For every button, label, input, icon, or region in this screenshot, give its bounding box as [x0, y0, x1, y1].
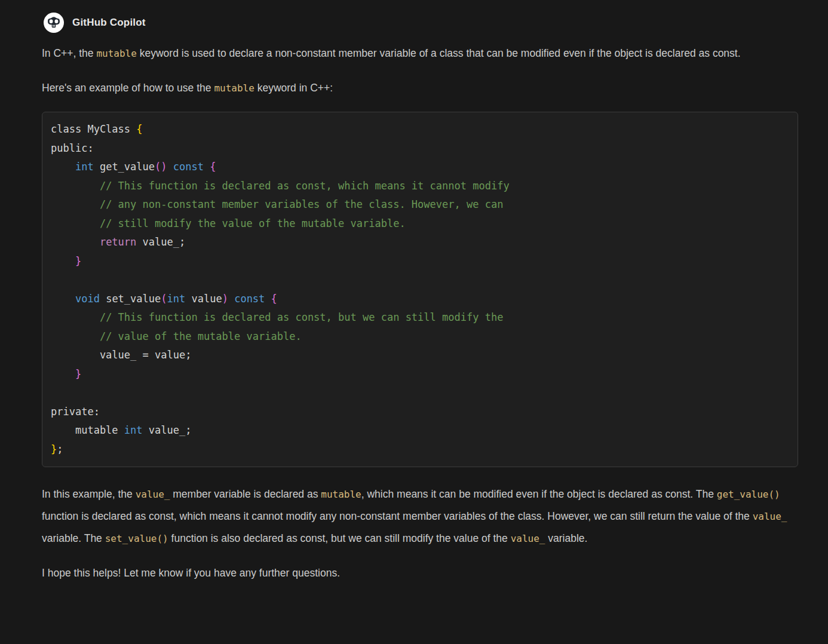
inline-code: mutable [214, 82, 254, 94]
code-line: // still modify the value of the mutable… [51, 214, 789, 234]
code-block: class MyClass {public: int get_value() c… [42, 112, 798, 467]
inline-code: value_ [511, 533, 545, 544]
code-line: }; [51, 440, 789, 459]
code-line: value_ = value; [51, 346, 789, 365]
paragraph-explanation: In this example, the value_ member varia… [42, 483, 799, 550]
code-content: class MyClass {public: int get_value() c… [51, 120, 789, 459]
code-line: return value_; [51, 233, 789, 252]
code-line: // value of the mutable variable. [51, 327, 789, 346]
code-line: // any non-constant member variables of … [51, 195, 789, 214]
copilot-response: GitHub Copilot In C++, the mutable keywo… [42, 12, 799, 584]
copilot-avatar [43, 12, 65, 33]
paragraph-closing: I hope this helps! Let me know if you ha… [42, 562, 799, 584]
inline-code: mutable [321, 489, 361, 500]
code-line: class MyClass { [51, 120, 789, 139]
code-line: mutable int value_; [51, 421, 789, 440]
code-line: int get_value() const { [51, 158, 789, 177]
inline-code: value_ [136, 489, 170, 500]
code-line: public: [51, 139, 789, 158]
code-line: } [51, 252, 789, 271]
paragraph-intro: In C++, the mutable keyword is used to d… [42, 42, 799, 65]
copilot-icon [43, 12, 65, 33]
code-line: void set_value(int value) const { [51, 290, 789, 309]
assistant-name: GitHub Copilot [72, 17, 146, 29]
code-line [51, 384, 789, 403]
inline-code: value_ [753, 511, 787, 522]
code-line: private: [51, 403, 789, 422]
inline-code: set_value() [105, 533, 168, 544]
response-header: GitHub Copilot [43, 12, 799, 33]
code-line: // This function is declared as const, b… [51, 308, 789, 327]
paragraph-example-lead: Here's an example of how to use the muta… [42, 77, 799, 99]
code-line: // This function is declared as const, w… [51, 177, 789, 196]
code-line: } [51, 365, 789, 384]
inline-code: get_value() [717, 489, 780, 500]
code-line [51, 271, 789, 290]
inline-code: mutable [96, 48, 136, 59]
